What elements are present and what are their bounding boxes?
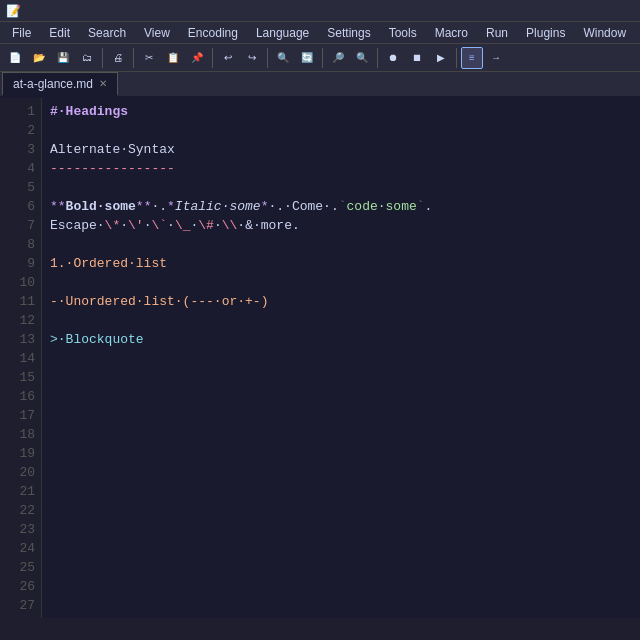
- code-line-15: [50, 368, 632, 387]
- code-line-7: Escape·\*·\'·\`·\_·\#·\\·&·more.: [50, 216, 632, 235]
- app-icon: 📝: [6, 4, 21, 18]
- code-line-14: [50, 349, 632, 368]
- toolbar-separator-2: [133, 48, 134, 68]
- zoom-out-button[interactable]: 🔍: [351, 47, 373, 69]
- menu-edit[interactable]: Edit: [41, 24, 78, 42]
- title-bar: 📝: [0, 0, 640, 22]
- menu-bar: File Edit Search View Encoding Language …: [0, 22, 640, 44]
- code-line-1: #·Headings: [50, 102, 632, 121]
- code-line-10: [50, 273, 632, 292]
- menu-settings[interactable]: Settings: [319, 24, 378, 42]
- line-num: 21: [4, 482, 35, 501]
- line-num: 1: [4, 102, 35, 121]
- line-num: 22: [4, 501, 35, 520]
- open-button[interactable]: 📂: [28, 47, 50, 69]
- line-num: 28: [4, 615, 35, 618]
- window-controls: [572, 3, 634, 19]
- toolbar: 📄 📂 💾 🗂 🖨 ✂ 📋 📌 ↩ ↪ 🔍 🔄 🔎 🔍 ⏺ ⏹ ▶ ≡ →: [0, 44, 640, 72]
- line-num: 19: [4, 444, 35, 463]
- code-line-5: [50, 178, 632, 197]
- code-line-4: ----------------: [50, 159, 632, 178]
- line-num: 6: [4, 197, 35, 216]
- line-num: 12: [4, 311, 35, 330]
- code-line-3: Alternate·Syntax: [50, 140, 632, 159]
- replace-button[interactable]: 🔄: [296, 47, 318, 69]
- menu-run[interactable]: Run: [478, 24, 516, 42]
- indent-button[interactable]: →: [485, 47, 507, 69]
- code-editor[interactable]: #·Headings Alternate·Syntax ------------…: [42, 98, 640, 618]
- save-button[interactable]: 💾: [52, 47, 74, 69]
- line-num: 17: [4, 406, 35, 425]
- menu-file[interactable]: File: [4, 24, 39, 42]
- line-num: 16: [4, 387, 35, 406]
- menu-help[interactable]: ?: [636, 24, 640, 42]
- line-num: 24: [4, 539, 35, 558]
- line-num: 10: [4, 273, 35, 292]
- line-num: 13: [4, 330, 35, 349]
- tab-close-button[interactable]: ✕: [99, 78, 107, 89]
- cut-button[interactable]: ✂: [138, 47, 160, 69]
- new-button[interactable]: 📄: [4, 47, 26, 69]
- line-num: 11: [4, 292, 35, 311]
- tab-at-a-glance[interactable]: at-a-glance.md ✕: [2, 72, 118, 96]
- line-num: 15: [4, 368, 35, 387]
- save-all-button[interactable]: 🗂: [76, 47, 98, 69]
- code-line-8: [50, 235, 632, 254]
- menu-view[interactable]: View: [136, 24, 178, 42]
- line-num: 2: [4, 121, 35, 140]
- line-numbers: 1 2 3 4 5 6 7 8 9 10 11 12 13 14 15 16 1…: [0, 98, 42, 618]
- maximize-button[interactable]: [594, 3, 612, 19]
- toolbar-separator-1: [102, 48, 103, 68]
- menu-plugins[interactable]: Plugins: [518, 24, 573, 42]
- line-num: 9: [4, 254, 35, 273]
- toolbar-separator-3: [212, 48, 213, 68]
- macro-record-button[interactable]: ⏺: [382, 47, 404, 69]
- minimize-button[interactable]: [572, 3, 590, 19]
- line-num: 26: [4, 577, 35, 596]
- menu-window[interactable]: Window: [575, 24, 634, 42]
- menu-search[interactable]: Search: [80, 24, 134, 42]
- line-num: 14: [4, 349, 35, 368]
- toolbar-separator-4: [267, 48, 268, 68]
- tab-bar: at-a-glance.md ✕: [0, 72, 640, 98]
- code-line-12: [50, 311, 632, 330]
- paste-button[interactable]: 📌: [186, 47, 208, 69]
- copy-button[interactable]: 📋: [162, 47, 184, 69]
- macro-play-button[interactable]: ▶: [430, 47, 452, 69]
- line-num: 3: [4, 140, 35, 159]
- find-button[interactable]: 🔍: [272, 47, 294, 69]
- line-num: 7: [4, 216, 35, 235]
- redo-button[interactable]: ↪: [241, 47, 263, 69]
- menu-encoding[interactable]: Encoding: [180, 24, 246, 42]
- line-num: 27: [4, 596, 35, 615]
- line-num: 25: [4, 558, 35, 577]
- word-wrap-button[interactable]: ≡: [461, 47, 483, 69]
- code-line-13: >·Blockquote: [50, 330, 632, 349]
- menu-language[interactable]: Language: [248, 24, 317, 42]
- line-num: 4: [4, 159, 35, 178]
- code-line-11: -·Unordered·list·(---·or·+-): [50, 292, 632, 311]
- print-button[interactable]: 🖨: [107, 47, 129, 69]
- editor-container: 1 2 3 4 5 6 7 8 9 10 11 12 13 14 15 16 1…: [0, 98, 640, 618]
- toolbar-separator-5: [322, 48, 323, 68]
- menu-tools[interactable]: Tools: [381, 24, 425, 42]
- line-num: 8: [4, 235, 35, 254]
- close-button[interactable]: [616, 3, 634, 19]
- line-num: 23: [4, 520, 35, 539]
- toolbar-separator-6: [377, 48, 378, 68]
- tab-label: at-a-glance.md: [13, 77, 93, 91]
- line-num: 5: [4, 178, 35, 197]
- zoom-in-button[interactable]: 🔎: [327, 47, 349, 69]
- code-line-2: [50, 121, 632, 140]
- code-line-6: **Bold·some**·.*Italic·some*·.·Come·.`co…: [50, 197, 632, 216]
- line-num: 20: [4, 463, 35, 482]
- macro-stop-button[interactable]: ⏹: [406, 47, 428, 69]
- toolbar-separator-7: [456, 48, 457, 68]
- code-line-9: 1.·Ordered·list: [50, 254, 632, 273]
- menu-macro[interactable]: Macro: [427, 24, 476, 42]
- undo-button[interactable]: ↩: [217, 47, 239, 69]
- line-num: 18: [4, 425, 35, 444]
